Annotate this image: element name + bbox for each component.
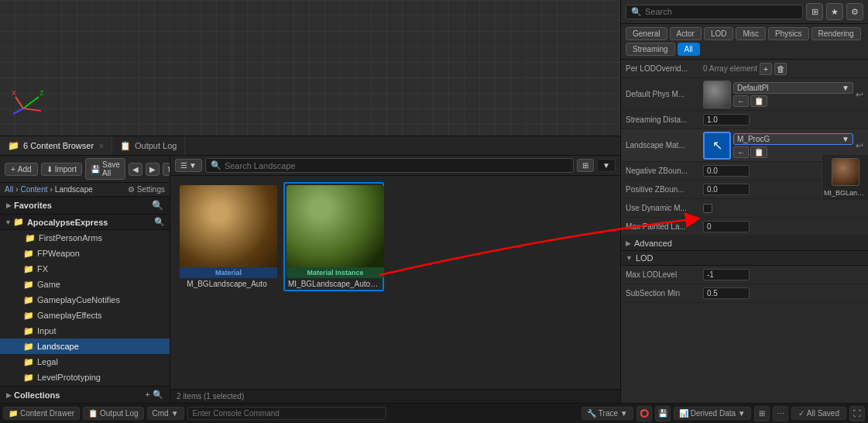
derived-data-button[interactable]: 📊 Derived Data ▼ xyxy=(674,407,751,420)
console-command-input[interactable] xyxy=(187,407,387,420)
cmd-dropdown[interactable]: Cmd ▼ xyxy=(147,407,184,420)
nav-up[interactable]: ⬆ xyxy=(163,163,170,176)
favorites-search-icon[interactable]: 🔍 xyxy=(152,200,163,211)
subsection-min-value xyxy=(703,287,863,299)
chevron-right-icon: ▶ xyxy=(6,201,12,209)
favorites-label: Favorites xyxy=(14,201,52,210)
star-button[interactable]: ★ xyxy=(826,3,843,20)
main-content: ☰ ▼ 🔍 ⊞ ▼ xyxy=(170,156,620,403)
nav-forward[interactable]: ▶ xyxy=(146,163,160,176)
advanced-label: Advanced xyxy=(634,239,672,248)
tree-item-levelprototyping[interactable]: 📁 LevelPrototyping xyxy=(0,370,170,385)
output-log-button[interactable]: 📋 Output Log xyxy=(83,407,143,420)
view-type-button[interactable]: ⊞ xyxy=(806,3,823,20)
save-all-button[interactable]: 💾 Save All xyxy=(85,158,125,180)
tab-content-browser[interactable]: 📁 6 Content Browser × xyxy=(0,136,112,155)
max-lod-value xyxy=(703,269,863,280)
folder-icon6: 📁 xyxy=(23,311,34,321)
view-toggle-button[interactable]: ⊞ xyxy=(577,159,594,172)
streaming-dist-input[interactable] xyxy=(703,114,750,126)
favorites-header[interactable]: ▶ Favorites 🔍 xyxy=(0,197,170,215)
tree-item-gameplayeffects[interactable]: 📁 GameplayEffects xyxy=(0,308,170,323)
tab-physics[interactable]: Physics xyxy=(768,27,808,40)
tree-item-game[interactable]: 📁 Game xyxy=(0,277,170,292)
search-content-input[interactable] xyxy=(225,161,568,170)
phys-mat-reset-button[interactable]: ↩ xyxy=(856,89,863,100)
tab-misc[interactable]: Misc xyxy=(736,27,766,40)
tree-root-header[interactable]: ▼ 📁 ApocalypseExpress 🔍 xyxy=(0,215,170,230)
nav-back[interactable]: ◀ xyxy=(129,163,142,176)
asset-item-material-instance[interactable]: Material Instance MI_BGLandscape_Auto_01 xyxy=(283,182,384,291)
more-button[interactable]: ⋯ xyxy=(773,406,788,421)
streaming-dist-value xyxy=(703,114,863,126)
tab-output-log[interactable]: 📋 Output Log xyxy=(112,136,185,155)
path-all[interactable]: All xyxy=(5,185,13,194)
negative-zbounds-input[interactable] xyxy=(703,165,750,177)
use-dynamic-mat-value xyxy=(703,204,863,213)
path-landscape[interactable]: Landscape xyxy=(55,185,93,194)
lod-section-header[interactable]: ▼ LOD xyxy=(621,251,868,266)
max-painted-layers-input[interactable] xyxy=(703,221,750,232)
max-lod-row: Max LODLevel xyxy=(621,266,868,284)
landscape-mat-reset-button[interactable]: ↩ xyxy=(856,140,863,151)
tree-item-fpweapon[interactable]: 📁 FPWeapon xyxy=(0,246,170,261)
tree-item-landscape[interactable]: 📁 Landscape xyxy=(0,339,170,354)
settings-button[interactable]: ⚙ xyxy=(846,3,863,20)
dropdown-button[interactable]: ▼ xyxy=(597,159,616,172)
trace-button[interactable]: 🔧 Trace ▼ xyxy=(582,407,633,420)
svg-text:X: X xyxy=(12,89,16,97)
subsection-min-input[interactable] xyxy=(703,287,750,299)
landscape-mat-dropdown[interactable]: M_ProcG▼ xyxy=(733,133,853,145)
asset-grid: Material M_BGLandscape_Auto Material Ins… xyxy=(170,176,620,389)
tab-close-content[interactable]: × xyxy=(99,142,104,150)
per-lod-row: Per LODOverrid... 0 Array element + 🗑 xyxy=(621,60,868,78)
expand-button[interactable]: ⛶ xyxy=(849,406,865,421)
all-saved-button[interactable]: ✓ All Saved xyxy=(791,407,846,420)
output-log-icon: 📋 xyxy=(120,141,131,151)
phys-mat-back-button[interactable]: ← xyxy=(733,95,749,107)
tab-streaming[interactable]: Streaming xyxy=(626,43,675,56)
filter-button[interactable]: ☰ ▼ xyxy=(175,159,202,172)
path-sep2: › xyxy=(50,185,53,194)
dynamic-mat-checkbox[interactable] xyxy=(703,204,712,213)
tab-lod[interactable]: LOD xyxy=(704,27,734,40)
max-painted-layers-label: Max Painted La... xyxy=(626,222,703,231)
tab-general[interactable]: General xyxy=(626,27,667,40)
tree-item-fx[interactable]: 📁 FX xyxy=(0,261,170,277)
path-content[interactable]: Content xyxy=(20,185,47,194)
content-statusbar: 2 items (1 selected) xyxy=(170,389,620,403)
add-button[interactable]: + + Add Add xyxy=(5,163,38,176)
array-del-button[interactable]: 🗑 xyxy=(774,63,787,75)
tree-item-input[interactable]: 📁 Input xyxy=(0,323,170,339)
asset-thumb-material: Material xyxy=(180,185,277,278)
right-search-input[interactable] xyxy=(645,7,798,16)
asset-item-material[interactable]: Material M_BGLandscape_Auto xyxy=(177,182,277,291)
collections-add-icon[interactable]: + xyxy=(146,390,150,400)
root-label: ApocalypseExpress xyxy=(27,218,108,227)
array-add-button[interactable]: + xyxy=(760,63,772,75)
tree-item-firstpersonarms[interactable]: 📁 FirstPersonArms xyxy=(0,230,170,246)
landscape-mat-browse-button[interactable]: 📋 xyxy=(750,146,767,158)
tab-all[interactable]: All xyxy=(678,43,700,56)
circle-button1[interactable]: ⭕ xyxy=(636,406,652,421)
positive-zbounds-input[interactable] xyxy=(703,184,750,195)
collections-search-icon[interactable]: 🔍 xyxy=(153,390,163,400)
filter-icon: ☰ xyxy=(180,161,187,170)
max-lod-input[interactable] xyxy=(703,269,750,280)
advanced-section-header[interactable]: ▶ Advanced xyxy=(621,236,868,251)
circle-button2[interactable]: 💾 xyxy=(655,406,671,421)
tab-actor[interactable]: Actor xyxy=(670,27,702,40)
tree-item-legal[interactable]: 📁 Legal xyxy=(0,354,170,370)
grid-button[interactable]: ⊞ xyxy=(754,406,770,421)
tab-rendering[interactable]: Rendering xyxy=(811,27,861,40)
import-button[interactable]: ⬇ Import xyxy=(41,163,82,176)
phys-mat-browse-button[interactable]: 📋 xyxy=(750,95,767,107)
phys-mat-dropdown[interactable]: DefaultPl▼ xyxy=(733,82,853,94)
root-search-icon[interactable]: 🔍 xyxy=(154,217,165,227)
content-drawer-button[interactable]: 📁 Content Drawer xyxy=(3,407,80,420)
landscape-mat-back-button[interactable]: ← xyxy=(733,146,749,158)
collections-header[interactable]: ▶ Collections + 🔍 xyxy=(0,386,170,403)
negative-zbounds-label: Negative ZBoun... xyxy=(626,167,703,175)
gear-icon[interactable]: ⚙ xyxy=(128,185,135,194)
tree-item-gameplaycuenotifies[interactable]: 📁 GameplayCueNotifies xyxy=(0,292,170,308)
